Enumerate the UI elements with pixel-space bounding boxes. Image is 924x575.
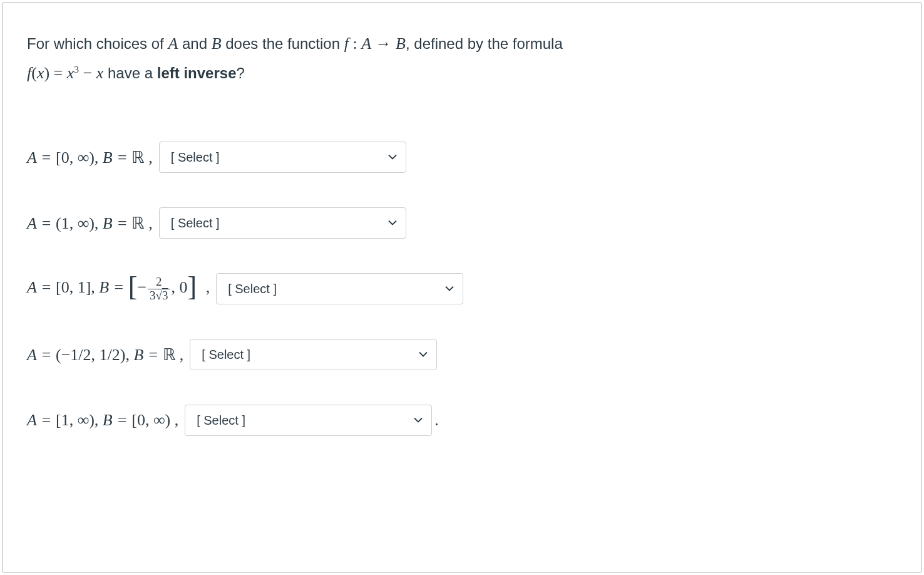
B-val-4: ℝ: [163, 346, 176, 364]
arrow-icon: →: [371, 34, 396, 53]
A-val-1: [0, ∞): [56, 148, 95, 167]
trailing-period: .: [434, 411, 439, 430]
var-A: A: [168, 34, 178, 53]
B-eq-2: , B =: [95, 214, 131, 232]
dropdown-placeholder: [ Select ]: [202, 348, 250, 362]
answer-label-4: A = (−1/2, 1/2), B = ℝ ,: [27, 345, 183, 365]
formula-exp: 3: [74, 64, 79, 75]
A-eq-5: A =: [27, 411, 56, 429]
answer-label-1: A = [0, ∞), B = ℝ ,: [27, 148, 153, 167]
formula-rparen-eq: ) =: [44, 64, 66, 82]
chevron-down-icon: [445, 286, 454, 292]
var-A-2: A: [361, 34, 371, 53]
chevron-down-icon: [388, 155, 397, 160]
B-val-1: ℝ: [131, 148, 145, 167]
B-val-2: ℝ: [131, 214, 145, 232]
text-bold: left inverse: [157, 65, 237, 81]
A-val-5: [1, ∞): [56, 411, 95, 429]
bracket-close-3: ]: [188, 271, 197, 302]
text-and: and: [178, 35, 211, 52]
comma-1: ,: [145, 148, 153, 167]
question-line-1: For which choices of A and B does the fu…: [27, 31, 897, 56]
func-f: f: [344, 34, 349, 53]
minus-3: −: [137, 278, 146, 296]
question-line-2: f(x) = x3 − x have a left inverse?: [27, 61, 897, 85]
A-val-3: [0, 1]: [56, 278, 91, 296]
fraction-3: 23√3: [148, 276, 170, 303]
formula-x: x: [67, 64, 74, 82]
dropdown-placeholder: [ Select ]: [197, 413, 245, 428]
answer-row-4: A = (−1/2, 1/2), B = ℝ , [ Select ]: [27, 339, 897, 370]
B-eq-4: , B =: [125, 346, 162, 364]
sqrt-icon: √: [156, 289, 162, 303]
answer-row-3: A = [0, 1], B = [−23√3, 0] , [ Select ]: [27, 273, 897, 304]
text-mid: does the function: [222, 35, 344, 52]
comma-2: ,: [145, 214, 153, 232]
A-eq-4: A =: [27, 346, 56, 364]
answer-label-5: A = [1, ∞), B = [0, ∞) ,: [27, 411, 178, 430]
formula-x-arg: x: [37, 64, 44, 82]
text-suffix: , defined by the formula: [406, 35, 563, 52]
comma-5: ,: [170, 411, 178, 429]
formula-x2: x: [96, 64, 104, 82]
dropdown-placeholder: [ Select ]: [228, 282, 277, 296]
select-dropdown-3[interactable]: [ Select ]: [216, 273, 463, 304]
text-qmark: ?: [236, 65, 244, 81]
select-dropdown-4[interactable]: [ Select ]: [190, 339, 437, 370]
dropdown-placeholder: [ Select ]: [171, 216, 220, 231]
answer-row-2: A = (1, ∞), B = ℝ , [ Select ]: [27, 207, 897, 239]
question-container: For which choices of A and B does the fu…: [3, 3, 921, 572]
text-have: have a: [103, 65, 157, 81]
frac-num-3: 2: [148, 276, 170, 289]
A-eq-2: A =: [27, 214, 56, 232]
answer-row-5: A = [1, ∞), B = [0, ∞) , [ Select ] .: [27, 405, 897, 436]
select-dropdown-1[interactable]: [ Select ]: [159, 142, 406, 173]
select-dropdown-5[interactable]: [ Select ]: [185, 405, 432, 436]
bracket-open-3: [: [128, 271, 138, 302]
text-prefix: For which choices of: [27, 35, 168, 52]
den-before: 3: [150, 289, 156, 302]
answer-label-3: A = [0, 1], B = [−23√3, 0] ,: [27, 276, 210, 303]
select-dropdown-2[interactable]: [ Select ]: [159, 207, 406, 239]
A-eq-3: A =: [27, 278, 56, 296]
chevron-down-icon: [419, 352, 428, 358]
den-sqrt: 3: [162, 289, 168, 302]
colon: :: [349, 34, 361, 53]
answer-row-1: A = [0, ∞), B = ℝ , [ Select ]: [27, 142, 897, 173]
question-text-block: For which choices of A and B does the fu…: [27, 31, 897, 85]
frac-den-3: 3√3: [148, 289, 170, 303]
B-eq-3: , B =: [91, 278, 128, 296]
B-eq-1: , B =: [95, 148, 131, 167]
chevron-down-icon: [388, 220, 397, 226]
A-val-2: (1, ∞): [56, 214, 95, 232]
answer-label-2: A = (1, ∞), B = ℝ ,: [27, 214, 153, 233]
A-val-4: (−1/2, 1/2): [56, 346, 125, 364]
B-val-5: [0, ∞): [131, 411, 170, 429]
formula-minus: −: [79, 64, 96, 82]
var-B: B: [212, 34, 222, 53]
comma-3: ,: [202, 278, 210, 296]
dropdown-placeholder: [ Select ]: [171, 150, 220, 165]
comma-4: ,: [175, 346, 183, 364]
A-eq-1: A =: [27, 148, 56, 167]
chevron-down-icon: [414, 418, 423, 423]
bracket-sep-3: , 0: [172, 278, 188, 296]
var-B-2: B: [396, 34, 406, 53]
B-eq-5: , B =: [95, 411, 131, 429]
formula-lparen: (: [31, 64, 37, 82]
